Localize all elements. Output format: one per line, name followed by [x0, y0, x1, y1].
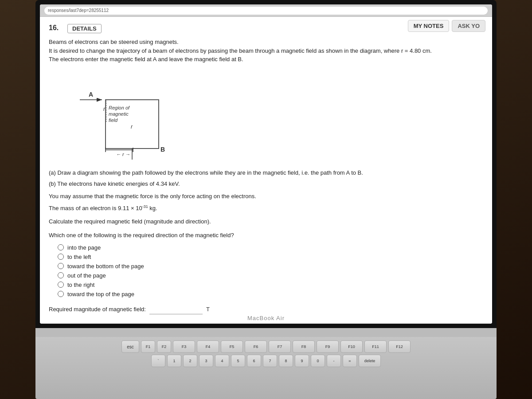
calculate-text: Calculate the required magnetic field (m…	[49, 217, 483, 226]
macbook-label: MacBook Air	[247, 315, 285, 321]
radio-label-toward-top: toward the top of the page	[67, 291, 134, 297]
radio-to-left[interactable]: to the left	[58, 254, 483, 260]
f5-key[interactable]: F5	[221, 340, 243, 353]
ask-yo-button[interactable]: ASK YO	[452, 20, 485, 32]
unit-label: T	[206, 306, 210, 313]
screen-bezel: responses/last7dep=28255112 🔖 ☆ MY NOTES…	[35, 0, 497, 328]
key-3[interactable]: 3	[199, 355, 213, 367]
radio-label-toward-bottom: toward the bottom of the page	[67, 263, 144, 270]
magnitude-label: Required magnitude of magnetic field:	[49, 306, 146, 313]
f10-key[interactable]: F10	[340, 340, 363, 353]
problem-intro: Beams of electrons can be steered using …	[49, 38, 483, 64]
svg-text:B: B	[160, 146, 165, 153]
part-b-line2: You may assume that the magnetic force i…	[49, 192, 483, 201]
radio-label-into-page: into the page	[67, 244, 101, 251]
physics-diagram: A r r Region of mag	[58, 71, 191, 160]
radio-circle-out-of-page	[58, 272, 64, 278]
svg-text:field: field	[109, 117, 118, 123]
f12-key[interactable]: F12	[388, 340, 411, 353]
radio-circle-to-left	[58, 254, 64, 260]
diagram-svg: A r r Region of mag	[58, 71, 191, 160]
f4-key[interactable]: F4	[197, 340, 219, 353]
svg-text:r: r	[131, 124, 133, 130]
magnitude-row: Required magnitude of magnetic field: T	[49, 305, 483, 314]
f11-key[interactable]: F11	[364, 340, 387, 353]
svg-text:magnetic: magnetic	[109, 111, 129, 117]
problem-number: 16.	[49, 24, 62, 32]
key-delete[interactable]: delete	[359, 355, 381, 367]
my-notes-button[interactable]: MY NOTES	[408, 20, 450, 32]
key-backtick[interactable]: `	[151, 355, 165, 367]
key-4[interactable]: 4	[215, 355, 229, 367]
key-8[interactable]: 8	[279, 355, 293, 367]
radio-circle-into-page	[58, 244, 64, 250]
top-buttons: MY NOTES ASK YO	[408, 20, 485, 32]
key-9[interactable]: 9	[295, 355, 309, 367]
f7-key[interactable]: F7	[269, 340, 291, 353]
keyboard-area: esc F1 F2 F3 F4 F5 F6 F7 F8 F9 F10 F11 F…	[35, 328, 497, 399]
keyboard-grid: esc F1 F2 F3 F4 F5 F6 F7 F8 F9 F10 F11 F…	[35, 337, 497, 372]
key-7[interactable]: 7	[263, 355, 277, 367]
url-bar: responses/last7dep=28255112	[40, 4, 492, 17]
key-1[interactable]: 1	[167, 355, 181, 367]
key-0[interactable]: 0	[311, 355, 325, 367]
svg-text:A: A	[89, 91, 93, 98]
f3-key[interactable]: F3	[173, 340, 195, 353]
key-minus[interactable]: -	[327, 355, 341, 367]
radio-group: into the page to the left toward the bot…	[58, 244, 483, 297]
key-5[interactable]: 5	[231, 355, 245, 367]
url-field: responses/last7dep=28255112	[44, 7, 488, 15]
radio-label-to-right: to the right	[67, 282, 94, 288]
radio-into-page[interactable]: into the page	[58, 244, 483, 251]
f6-key[interactable]: F6	[245, 340, 267, 353]
intro-line-1: Beams of electrons can be steered using …	[49, 38, 483, 47]
url-text: responses/last7dep=28255112	[48, 8, 109, 13]
f1-key[interactable]: F1	[141, 340, 155, 353]
screen-content: responses/last7dep=28255112 🔖 ☆ MY NOTES…	[40, 4, 492, 324]
radio-label-out-of-page: out of the page	[67, 272, 106, 279]
esc-key[interactable]: esc	[121, 340, 139, 353]
f2-key[interactable]: F2	[157, 340, 171, 353]
radio-toward-top[interactable]: toward the top of the page	[58, 291, 483, 297]
svg-text:Region of: Region of	[109, 105, 130, 110]
radio-circle-toward-top	[58, 291, 64, 297]
radio-circle-to-right	[58, 282, 64, 288]
f8-key[interactable]: F8	[293, 340, 315, 353]
part-b-line1: (b) The electrons have kinetic energies …	[49, 180, 483, 188]
laptop-shell: responses/last7dep=28255112 🔖 ☆ MY NOTES…	[0, 0, 532, 399]
radio-label-to-left: to the left	[67, 254, 91, 260]
magnitude-input[interactable]	[149, 305, 203, 314]
number-key-row: ` 1 2 3 4 5 6 7 8 9 0 - = delete	[44, 355, 488, 367]
diagram-container: A r r Region of mag	[58, 71, 483, 160]
f9-key[interactable]: F9	[317, 340, 339, 353]
function-key-row: esc F1 F2 F3 F4 F5 F6 F7 F8 F9 F10 F11 F…	[44, 340, 488, 353]
page-content: 16. DETAILS Beams of electrons can be st…	[40, 17, 492, 324]
intro-line-3: The electrons enter the magnetic field a…	[49, 55, 483, 64]
keyboard-top-bar	[35, 328, 497, 337]
direction-question: Which one of the following is the requir…	[49, 231, 483, 240]
key-2[interactable]: 2	[183, 355, 197, 367]
key-6[interactable]: 6	[247, 355, 261, 367]
radio-toward-bottom[interactable]: toward the bottom of the page	[58, 263, 483, 270]
svg-text:← r →: ← r →	[116, 152, 130, 157]
key-equals[interactable]: =	[343, 355, 357, 367]
details-badge: DETAILS	[67, 24, 102, 33]
radio-circle-toward-bottom	[58, 263, 64, 269]
radio-to-right[interactable]: to the right	[58, 282, 483, 288]
intro-line-2: It is desired to change the trajectory o…	[49, 47, 483, 55]
radio-out-of-page[interactable]: out of the page	[58, 272, 483, 279]
part-a-text: (a) Draw a diagram showing the path foll…	[49, 168, 483, 177]
part-b-line3: The mass of an electron is 9.11 × 10-31 …	[49, 204, 483, 213]
